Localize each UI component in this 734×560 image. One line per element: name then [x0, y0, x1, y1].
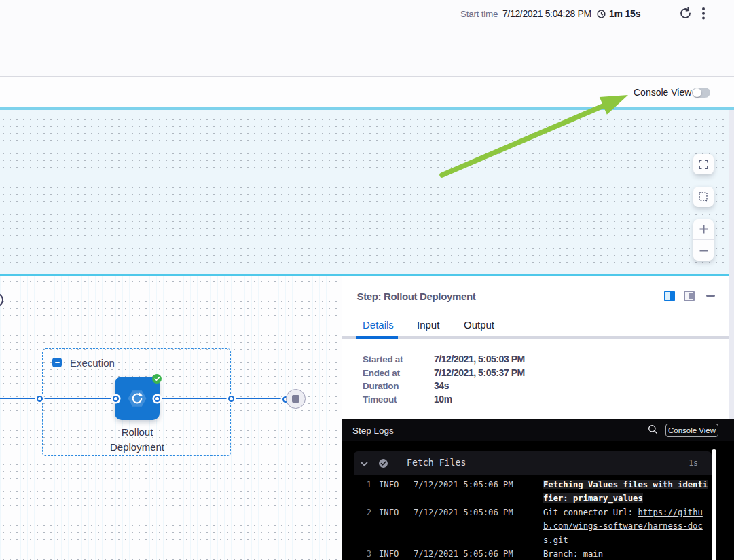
detail-value: 7/12/2021, 5:05:03 PM	[434, 354, 525, 365]
group-collapse-button[interactable]	[52, 358, 62, 367]
detail-row: Timeout10m	[363, 394, 525, 407]
log-line: fier: primary_values	[342, 492, 712, 506]
log-message: s.git	[543, 536, 568, 545]
end-node[interactable]	[286, 389, 306, 409]
stage-graph-canvas[interactable]	[0, 110, 729, 274]
graph-port	[37, 396, 43, 402]
panel-title: Step: Rollout Deployment	[357, 291, 476, 302]
detail-row: Started at7/12/2021, 5:05:03 PM	[363, 354, 525, 367]
log-timestamp: 7/12/2021 5:05:06 PM	[414, 480, 513, 489]
toggle-knob	[693, 88, 701, 97]
panel-layout-bottom-icon[interactable]	[684, 291, 695, 301]
log-line: b.com/wings-software/harness-doc	[342, 520, 712, 534]
log-message-segment: fier: primary_values	[543, 493, 643, 503]
zoom-out-button[interactable]	[693, 240, 714, 261]
stop-square-icon	[292, 395, 299, 403]
log-group-duration: 1s	[689, 458, 698, 468]
execution-header: Start time 7/12/2021 5:04:28 PM 1m 15s	[0, 0, 734, 77]
panel-layout-right-icon[interactable]	[664, 291, 675, 301]
duration-value: 1m 15s	[609, 8, 640, 19]
right-gutter	[729, 110, 734, 419]
log-message: Branch: main	[543, 549, 603, 559]
detail-row: Duration34s	[363, 380, 525, 394]
detail-row: Ended at7/12/2021, 5:05:37 PM	[363, 367, 525, 381]
log-timestamp: 7/12/2021 5:05:06 PM	[414, 508, 513, 517]
log-message: Git connector Url: https://githu	[543, 508, 703, 517]
detail-label: Ended at	[363, 368, 434, 378]
console-view-toggle[interactable]	[692, 88, 710, 98]
logs-header: Step Logs Console View	[342, 419, 734, 441]
active-tab-underline	[356, 336, 398, 339]
log-level: INFO	[379, 549, 399, 559]
log-line-number: 3	[355, 549, 371, 559]
console-view-button[interactable]: Console View	[665, 424, 718, 437]
detail-value: 7/12/2021, 5:05:37 PM	[434, 367, 525, 378]
tab-details[interactable]: Details	[363, 319, 394, 331]
detail-value: 10m	[434, 394, 452, 405]
log-message: Fetching Values files with identi	[543, 480, 708, 489]
graph-port	[154, 396, 160, 402]
log-timestamp: 7/12/2021 5:05:06 PM	[414, 549, 513, 559]
zoom-in-button[interactable]	[693, 219, 714, 240]
log-line-number: 2	[355, 508, 371, 517]
zoom-control	[693, 219, 714, 261]
detail-label: Timeout	[363, 394, 434, 405]
log-link-text[interactable]: s.git	[543, 536, 568, 545]
log-group-bar[interactable]: Fetch Files 1s	[354, 451, 712, 475]
minus-icon	[699, 246, 709, 256]
log-message-segment: Fetching Values files with identi	[543, 480, 708, 489]
start-node-partial	[0, 293, 3, 307]
log-link-text[interactable]: b.com/wings-software/harness-doc	[543, 521, 703, 531]
log-line: 2INFO7/12/2021 5:05:06 PMGit connector U…	[342, 506, 712, 521]
pipeline-execution-page: Start time 7/12/2021 5:04:28 PM 1m 15s C…	[0, 0, 734, 560]
tab-output[interactable]: Output	[464, 319, 494, 331]
success-check-icon	[152, 374, 162, 384]
log-line-number: 1	[355, 480, 371, 489]
log-group-name: Fetch Files	[407, 458, 466, 468]
detail-value: 34s	[434, 380, 449, 391]
node-label: RolloutDeployment	[83, 425, 191, 455]
log-level: INFO	[379, 480, 399, 489]
log-message-segment: Branch: main	[543, 549, 603, 559]
log-line: 1INFO7/12/2021 5:05:06 PMFetching Values…	[342, 479, 712, 493]
tab-input[interactable]: Input	[417, 319, 439, 331]
log-success-check-icon	[378, 458, 388, 471]
logs-title: Step Logs	[352, 426, 394, 436]
clock-icon	[597, 9, 606, 21]
log-link-text[interactable]: https://githu	[638, 508, 702, 517]
graph-port	[113, 396, 119, 402]
chevron-down-icon[interactable]	[360, 459, 369, 471]
panel-minimize-icon[interactable]	[706, 295, 715, 297]
kebab-menu-icon[interactable]	[699, 7, 708, 20]
fullscreen-icon	[699, 160, 708, 169]
log-line: s.git	[342, 534, 712, 548]
detail-label: Duration	[363, 381, 434, 391]
log-message-segment: Git connector Url:	[543, 508, 638, 517]
details-tabs: Details Input Output	[342, 316, 729, 339]
step-logs-panel: Step Logs Console View Fetch Files 1s 1I…	[342, 419, 734, 560]
start-time-value: 7/12/2021 5:04:28 PM	[502, 8, 591, 19]
logs-scrollbar[interactable]	[712, 449, 716, 560]
detail-rows: Started at7/12/2021, 5:05:03 PM Ended at…	[363, 354, 525, 407]
canvas-toolbar	[0, 77, 734, 107]
detail-label: Started at	[363, 354, 434, 365]
log-lines: 1INFO7/12/2021 5:05:06 PMFetching Values…	[342, 479, 712, 560]
log-message: fier: primary_values	[543, 493, 643, 503]
selection-box-icon	[699, 192, 708, 202]
search-icon[interactable]	[645, 423, 660, 438]
log-line: 3INFO7/12/2021 5:05:06 PMBranch: main	[342, 548, 712, 560]
group-label: Execution	[70, 357, 115, 369]
fullscreen-button[interactable]	[693, 154, 714, 174]
start-time-label: Start time	[460, 9, 498, 19]
log-level: INFO	[379, 508, 399, 517]
step-details-panel: Step: Rollout Deployment Details Input O…	[342, 276, 729, 419]
refresh-button[interactable]	[678, 7, 692, 20]
rollout-deployment-node[interactable]	[115, 377, 160, 420]
plus-icon	[699, 224, 709, 234]
graph-port	[228, 396, 234, 402]
fit-selection-button[interactable]	[693, 187, 714, 207]
rollout-step-icon	[127, 388, 147, 409]
console-view-label: Console View	[634, 87, 691, 98]
log-message: b.com/wings-software/harness-doc	[543, 521, 703, 531]
